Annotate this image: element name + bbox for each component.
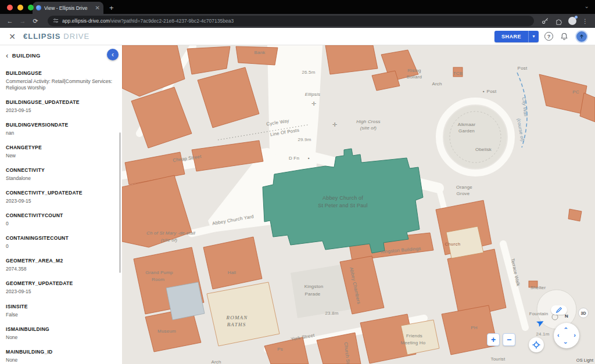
property-label: GEOMETRY_UPDATEDATE [6,280,114,286]
back-icon[interactable]: ← [5,17,15,24]
zoom-controls: + − [487,333,515,346]
property-value: 2023-09-15 [6,198,114,204]
bell-icon [560,33,568,41]
property-value: 0 [6,221,114,227]
property-item: CONNECTIVITYStandalone [6,167,114,182]
pan-control: › › ‹ › [554,323,579,348]
3d-view-button[interactable]: 3D [578,308,589,318]
property-label: CONNECTIVITY [6,167,114,173]
tab-title: View - Ellipsis Drive [44,5,92,11]
property-value: None [6,357,114,363]
locate-button[interactable] [529,337,544,352]
sidebar-scrollbar[interactable] [119,132,121,273]
property-label: GEOMETRY_AREA_M2 [6,258,114,264]
property-item: CONTAININGSITECOUNT0 [6,235,114,250]
password-key-icon[interactable] [541,17,549,25]
extensions-icon[interactable] [555,17,562,25]
property-value: Commercial Activity: Retail|Community Se… [6,78,114,91]
pan-up-button[interactable]: › [562,327,569,330]
pan-left-button[interactable]: ‹ [557,332,560,338]
back-chevron-icon[interactable]: ‹ [6,51,9,60]
sidebar-collapse-button[interactable]: ‹ [107,49,119,60]
share-caret-icon[interactable]: ▾ [528,31,539,42]
property-label: BUILDINGUSE_UPDATEDATE [6,99,114,105]
logo-mark: € [23,32,28,41]
url-bar[interactable]: app.ellipsis-drive.com/view?pathId=7ac9d… [48,16,534,26]
property-value: None [6,334,114,341]
property-label: MAINBUILDING_ID [6,349,114,355]
crosshair-icon [532,341,540,349]
property-item: CONNECTIVITY_UPDATEDATE2023-09-15 [6,190,114,204]
share-button[interactable]: SHARE [494,31,528,42]
property-list: BUILDINGUSECommercial Activity: Retail|C… [6,70,114,363]
property-item: BUILDINGVERSIONDATEnan [6,122,114,136]
map-tiles [122,45,595,364]
app-body: ‹ BUILDING BUILDINGUSECommercial Activit… [0,45,595,364]
url-path: /view?pathId=7ac9dec2-21e8-4237-9bc2-4c7… [110,18,234,24]
property-value: 0 [6,243,114,250]
property-item: BUILDINGUSE_UPDATEDATE2023-09-15 [6,99,114,114]
pan-down-button[interactable]: › [562,342,569,344]
browser-window: View - Ellipsis Drive ✕ + ⌄ ← → ⟳ app.el… [0,0,595,28]
draw-tool-button[interactable] [551,305,567,315]
reload-icon[interactable]: ⟳ [30,17,41,25]
toolbar-actions: ⋮ [541,17,590,25]
property-label: CONNECTIVITYCOUNT [6,212,114,218]
ellipsis-drive-logo: €LLIPSISDRIVE [23,32,89,41]
property-label: BUILDINGVERSIONDATE [6,122,114,128]
property-label: ISMAINBUILDING [6,326,114,332]
browser-tab[interactable]: View - Ellipsis Drive ✕ [33,2,103,14]
property-sidebar: ‹ BUILDING BUILDINGUSECommercial Activit… [0,45,122,364]
property-label: CONNECTIVITY_UPDATEDATE [6,190,114,196]
brush-icon [555,307,562,313]
property-value: 2023-09-15 [6,107,114,114]
property-label: CHANGETYPE [6,145,114,150]
help-button[interactable]: ? [544,32,553,41]
app-header: ✕ €LLIPSISDRIVE SHARE ▾ ? [0,28,595,45]
property-value: False [6,312,114,318]
account-button[interactable] [575,30,588,43]
minimize-window-icon[interactable] [17,5,23,10]
zoom-out-button[interactable]: − [503,333,515,346]
property-item: GEOMETRY_UPDATEDATE2023-09-15 [6,280,114,295]
property-label: ISINSITE [6,304,114,309]
tab-search-chevron-icon[interactable]: ⌄ [585,3,589,9]
traffic-lights [7,5,34,10]
property-item: MAINBUILDING_IDNone [6,349,114,363]
panel-header[interactable]: ‹ BUILDING [6,51,114,60]
property-item: CONNECTIVITYCOUNT0 [6,212,114,227]
close-window-icon[interactable] [7,5,13,10]
zoom-in-button[interactable]: + [487,333,500,346]
close-panel-icon[interactable]: ✕ [7,32,17,41]
property-item: ISMAINBUILDINGNone [6,326,114,341]
property-item: BUILDINGUSECommercial Activity: Retail|C… [6,70,114,91]
property-value: 2074.358 [6,266,114,272]
url-domain: app.ellipsis-drive.com [62,18,110,24]
map-canvas[interactable]: Bank26.5mRisingBollardTCBArchPost●PostPC… [122,45,595,364]
notifications-button[interactable] [559,31,569,42]
pan-right-button[interactable]: › [574,332,576,338]
tab-strip: View - Ellipsis Drive ✕ + ⌄ [0,0,595,14]
site-settings-icon[interactable] [53,18,59,24]
tab-close-icon[interactable]: ✕ [95,5,100,11]
forward-icon[interactable]: → [17,17,28,24]
panel-title: BUILDING [12,52,41,59]
share-button-group: SHARE ▾ [494,31,539,42]
property-label: BUILDINGUSE [6,70,114,76]
property-value: Standalone [6,175,114,182]
browser-toolbar: ← → ⟳ app.ellipsis-drive.com/view?pathId… [0,14,595,28]
property-item: GEOMETRY_AREA_M22074.358 [6,258,114,272]
property-value: nan [6,130,114,136]
new-tab-button[interactable]: + [109,4,114,12]
property-value: New [6,153,114,159]
arrow-up-icon [578,33,585,40]
map-attribution: OS Light [576,358,593,363]
browser-menu-icon[interactable]: ⋮ [582,18,588,24]
property-item: ISINSITEFalse [6,304,114,318]
profile-avatar[interactable] [568,17,576,25]
property-value: 2023-09-15 [6,289,114,295]
property-label: CONTAININGSITECOUNT [6,235,114,241]
tab-favicon-icon [36,5,41,10]
maximize-window-icon[interactable] [28,5,34,10]
property-item: CHANGETYPENew [6,145,114,159]
